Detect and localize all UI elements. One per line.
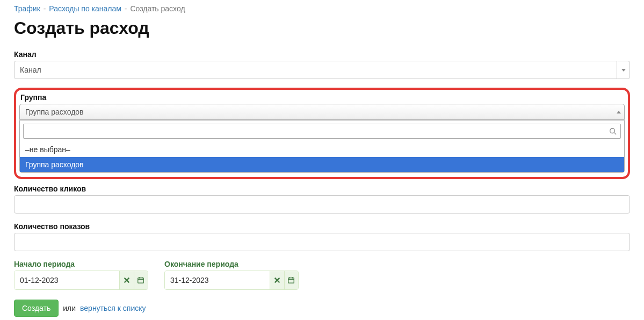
breadcrumb: Трафик - Расходы по каналам - Создать ра… (14, 4, 630, 13)
create-button[interactable]: Создать (14, 300, 59, 317)
svg-rect-4 (138, 278, 144, 283)
impressions-label: Количество показов (14, 222, 630, 231)
field-period-end: Окончание периода (164, 260, 299, 290)
group-select-value: Группа расходов (25, 108, 84, 116)
period-end-clear-button[interactable] (270, 271, 284, 289)
channel-select[interactable]: Канал (14, 61, 630, 79)
or-text: или (63, 304, 76, 312)
chevron-down-icon (617, 61, 629, 79)
group-search-input[interactable] (23, 124, 621, 139)
svg-point-0 (610, 129, 615, 133)
page-title: Создать расход (14, 18, 630, 38)
svg-line-1 (614, 133, 617, 135)
breadcrumb-sep: - (44, 4, 48, 13)
field-group-highlight: Группа Группа расходов –не выбран– Групп… (14, 88, 630, 179)
back-to-list-link[interactable]: вернуться к списку (80, 304, 146, 312)
period-end-group (164, 271, 299, 290)
field-clicks: Количество кликов (14, 184, 630, 214)
group-option-none[interactable]: –не выбран– (20, 142, 624, 157)
form-actions: Создать или вернуться к списку (14, 300, 630, 317)
group-option-expenses[interactable]: Группа расходов (20, 157, 624, 172)
field-period-start: Начало периода (14, 260, 148, 290)
chevron-up-icon (617, 104, 621, 119)
calendar-icon (287, 276, 295, 284)
group-label: Группа (20, 93, 625, 102)
period-start-label: Начало периода (14, 260, 148, 268)
group-dropdown-panel: –не выбран– Группа расходов (19, 120, 625, 173)
impressions-input[interactable] (14, 233, 630, 251)
close-icon (273, 276, 281, 284)
close-icon (123, 276, 131, 284)
period-start-clear-button[interactable] (119, 271, 134, 289)
breadcrumb-sep: - (125, 4, 129, 13)
svg-rect-10 (288, 278, 294, 283)
period-end-calendar-button[interactable] (284, 271, 299, 289)
period-end-input[interactable] (165, 271, 270, 289)
clicks-label: Количество кликов (14, 184, 630, 193)
breadcrumb-link-expenses[interactable]: Расходы по каналам (49, 4, 121, 13)
period-start-calendar-button[interactable] (134, 271, 148, 289)
clicks-input[interactable] (14, 195, 630, 214)
search-icon (609, 127, 617, 135)
field-channel: Канал Канал (14, 50, 630, 79)
period-start-input[interactable] (15, 271, 119, 289)
calendar-icon (137, 276, 144, 284)
group-select[interactable]: Группа расходов (19, 104, 625, 120)
channel-select-value: Канал (20, 66, 41, 74)
breadcrumb-current: Создать расход (130, 4, 185, 13)
breadcrumb-link-traffic[interactable]: Трафик (14, 4, 40, 13)
channel-label: Канал (14, 50, 630, 59)
period-start-group (14, 271, 148, 290)
period-end-label: Окончание периода (164, 260, 299, 268)
group-search-wrap (20, 120, 624, 142)
field-impressions: Количество показов (14, 222, 630, 251)
